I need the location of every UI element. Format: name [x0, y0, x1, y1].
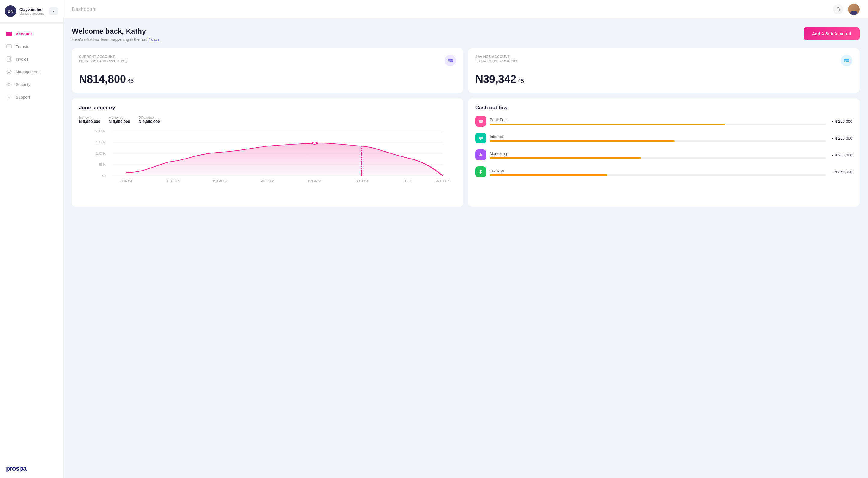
savings-account-card: SAVINGS ACCOUNT SUB ACCOUNT - 12346789 N… — [468, 48, 860, 93]
management-icon — [6, 69, 12, 75]
transfer-outflow-icon — [475, 166, 486, 177]
transfer-outflow-name: Transfer — [490, 168, 826, 173]
welcome-title: Welcome back, Kathy — [72, 27, 159, 36]
sidebar-label-support: Support — [16, 95, 30, 99]
svg-text:APR: APR — [261, 180, 275, 183]
svg-text:JUN: JUN — [355, 180, 368, 183]
svg-text:AUG: AUG — [435, 180, 450, 183]
card-top-current: CURRENT ACCOUNT PROVIDUS BANK - 99065339… — [79, 55, 456, 66]
company-avatar: BN — [5, 5, 16, 17]
card-top-savings: SAVINGS ACCOUNT SUB ACCOUNT - 12346789 — [475, 55, 852, 66]
svg-text:JAN: JAN — [120, 180, 132, 183]
savings-account-label: SAVINGS ACCOUNT — [475, 55, 517, 59]
current-account-icon-wrap — [444, 55, 456, 66]
company-name: Clayvant Inc — [19, 7, 46, 12]
svg-rect-12 — [448, 62, 450, 62]
svg-text:10k: 10k — [95, 152, 106, 156]
internet-name: Internet — [490, 134, 826, 139]
svg-text:5k: 5k — [99, 163, 106, 167]
sidebar-dropdown-button[interactable]: ▾ — [49, 7, 58, 15]
bank-fees-icon — [475, 116, 486, 127]
svg-rect-0 — [7, 44, 11, 48]
difference-summary: Difference N 5,650,000 — [138, 116, 160, 124]
savings-account-amount: N39,342.45 — [475, 73, 852, 86]
june-summary-panel: June summary Money in N 5,650,000 Money … — [72, 98, 463, 207]
svg-point-6 — [8, 71, 10, 73]
savings-account-icon-wrap — [841, 55, 852, 66]
cash-outflow-title: Cash outflow — [475, 105, 852, 111]
sidebar-label-account: Account — [16, 32, 32, 36]
days-link[interactable]: 7 days — [148, 37, 159, 41]
marketing-icon — [475, 150, 486, 160]
sidebar-item-management[interactable]: Management — [0, 65, 63, 78]
current-account-amount: N814,800.45 — [79, 73, 456, 86]
transfer-bar — [490, 174, 607, 176]
bank-fees-amount: - N 250,000 — [832, 119, 852, 124]
svg-rect-38 — [479, 136, 483, 139]
sidebar-label-management: Management — [16, 70, 39, 74]
internet-details: Internet — [490, 134, 826, 142]
welcome-text: Welcome back, Kathy Here's what has been… — [72, 27, 159, 41]
sidebar-header: BN Clayvant Inc Manage account ▾ — [0, 0, 63, 23]
savings-account-info: SAVINGS ACCOUNT SUB ACCOUNT - 12346789 — [475, 55, 517, 63]
svg-text:20k: 20k — [95, 130, 106, 133]
bank-fees-details: Bank Fees — [490, 118, 826, 125]
sidebar-item-invoice[interactable]: Invoice — [0, 53, 63, 65]
account-cards: CURRENT ACCOUNT PROVIDUS BANK - 99065339… — [72, 48, 860, 93]
sidebar-item-transfer[interactable]: Transfer — [0, 40, 63, 53]
marketing-bar-wrap — [490, 157, 826, 159]
outflow-item-transfer: Transfer - N 250,000 — [475, 166, 852, 177]
transfer-bar-wrap — [490, 174, 826, 176]
topbar-right — [833, 4, 860, 15]
sidebar-label-security: Security — [16, 82, 30, 87]
welcome-subtitle: Here's what has been happening in the la… — [72, 37, 159, 41]
svg-point-9 — [838, 11, 838, 11]
sidebar-item-security[interactable]: Security — [0, 78, 63, 91]
outflow-item-internet: Internet - N 250,000 — [475, 133, 852, 144]
sidebar-company-info: Clayvant Inc Manage account — [19, 7, 46, 15]
sidebar-nav: Account Transfer Invoice Management — [0, 23, 63, 459]
sidebar-item-account[interactable]: Account — [0, 27, 63, 40]
cash-outflow-panel: Cash outflow Bank Fees - N 250,000 — [468, 98, 860, 207]
main-area: Dashboard Welcome back, Kathy Here's wha… — [63, 0, 868, 478]
add-sub-account-button[interactable]: Add A Sub Account — [804, 27, 860, 40]
internet-bar-wrap — [490, 140, 826, 142]
transfer-icon — [6, 43, 12, 50]
svg-text:JUL: JUL — [403, 180, 415, 183]
welcome-section: Welcome back, Kathy Here's what has been… — [72, 27, 860, 41]
svg-point-35 — [312, 142, 317, 145]
svg-text:FEB: FEB — [167, 180, 180, 183]
account-icon — [6, 31, 12, 37]
marketing-details: Marketing — [490, 151, 826, 159]
money-in-summary: Money in N 5,650,000 — [79, 116, 100, 124]
svg-marker-41 — [479, 153, 483, 156]
bank-fees-bar-wrap — [490, 124, 826, 125]
company-sub: Manage account — [19, 12, 46, 15]
money-out-summary: Money out N 5,650,000 — [109, 116, 130, 124]
transfer-outflow-details: Transfer — [490, 168, 826, 176]
sidebar-item-support[interactable]: Support — [0, 91, 63, 103]
svg-text:0: 0 — [102, 174, 106, 178]
sidebar: BN Clayvant Inc Manage account ▾ Account… — [0, 0, 63, 478]
svg-text:15k: 15k — [95, 141, 106, 145]
current-account-card: CURRENT ACCOUNT PROVIDUS BANK - 99065339… — [72, 48, 463, 93]
current-account-label: CURRENT ACCOUNT — [79, 55, 127, 59]
bottom-panels: June summary Money in N 5,650,000 Money … — [72, 98, 860, 207]
june-summary-title: June summary — [79, 105, 456, 111]
invoice-icon — [6, 56, 12, 62]
marketing-name: Marketing — [490, 151, 826, 156]
summary-chart: 20k 15k 10k 5k 0 JAN FEB MAR APR MAY JUN… — [79, 128, 456, 188]
topbar: Dashboard — [63, 0, 868, 19]
sidebar-label-transfer: Transfer — [16, 44, 31, 49]
outflow-item-marketing: Marketing - N 250,000 — [475, 150, 852, 160]
notification-bell[interactable] — [833, 4, 843, 14]
transfer-outflow-amount: - N 250,000 — [832, 170, 852, 174]
support-icon — [6, 94, 12, 100]
sidebar-label-invoice: Invoice — [16, 57, 29, 62]
svg-point-8 — [8, 96, 10, 98]
internet-amount: - N 250,000 — [832, 136, 852, 140]
svg-text:MAY: MAY — [308, 180, 322, 183]
svg-point-7 — [8, 84, 10, 85]
marketing-amount: - N 250,000 — [832, 153, 852, 157]
user-avatar[interactable] — [848, 4, 860, 15]
